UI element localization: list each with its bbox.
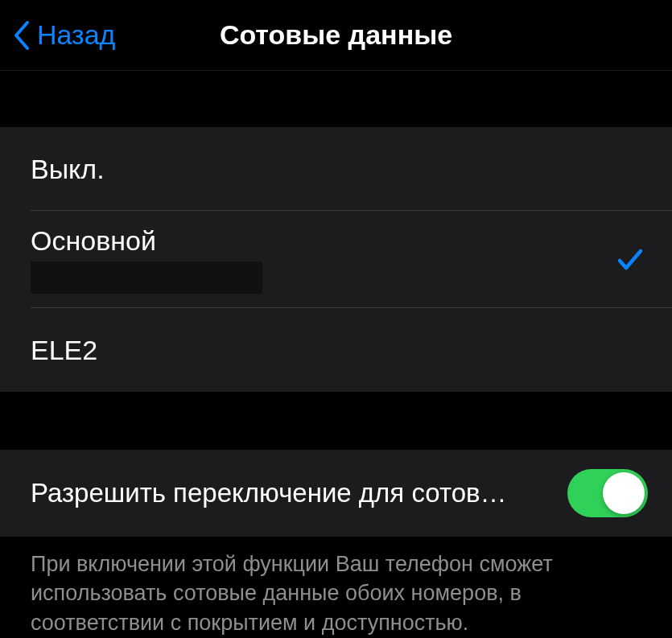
checkmark-icon: [616, 245, 645, 274]
option-ele2[interactable]: ELE2: [0, 308, 672, 392]
back-label: Назад: [37, 19, 115, 51]
section-spacer: [0, 392, 672, 450]
toggle-label: Разрешить переключение для сотов…: [31, 478, 507, 508]
chevron-left-icon: [11, 19, 31, 51]
footer-description: При включении этой функции Ваш телефон с…: [0, 537, 672, 638]
section-spacer: [0, 71, 672, 127]
toggle-knob: [603, 472, 645, 514]
option-primary[interactable]: Основной: [0, 211, 672, 308]
back-button[interactable]: Назад: [0, 0, 115, 70]
option-off[interactable]: Выкл.: [0, 127, 672, 211]
allow-switching-row: Разрешить переключение для сотов…: [0, 450, 672, 537]
page-title: Сотовые данные: [220, 19, 452, 51]
option-subtitle-redacted: [31, 261, 262, 294]
navbar: Назад Сотовые данные: [0, 0, 672, 71]
option-content: Основной: [31, 225, 262, 294]
option-label: Основной: [31, 225, 262, 257]
option-label: ELE2: [31, 335, 97, 366]
data-line-options: Выкл. Основной ELE2: [0, 127, 672, 392]
option-label: Выкл.: [31, 154, 105, 185]
allow-switching-toggle[interactable]: [567, 469, 648, 517]
